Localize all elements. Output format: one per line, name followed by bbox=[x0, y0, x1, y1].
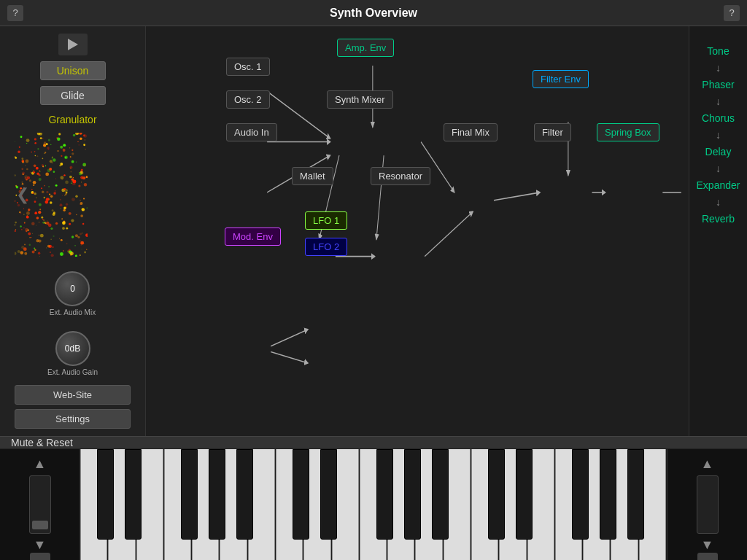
website-button[interactable]: Web-Site bbox=[15, 385, 131, 405]
center-panel: Osc. 1 Osc. 2 Audio In Amp. Env Synth Mi… bbox=[146, 26, 689, 436]
filterenv-node[interactable]: Filter Env bbox=[533, 70, 589, 88]
play-button[interactable] bbox=[58, 34, 88, 55]
black-key[interactable] bbox=[125, 449, 142, 540]
top-bar: ? Synth Overview ? bbox=[0, 0, 747, 26]
fx-arrow-5: ↓ bbox=[716, 197, 721, 207]
fx-arrow-2: ↓ bbox=[716, 96, 721, 106]
pitch-up-arrow[interactable]: ▲ bbox=[34, 456, 47, 472]
unison-button[interactable]: Unison bbox=[40, 61, 106, 80]
settings-button[interactable]: Settings bbox=[15, 409, 131, 429]
black-key[interactable] bbox=[600, 449, 616, 540]
black-key[interactable] bbox=[488, 449, 505, 540]
synthmixer-node[interactable]: Synth Mixer bbox=[327, 90, 393, 109]
bottom-area: Mute & Reset ▲ ▼ ❮ Hold C3C4C5 C3 C4 C5 bbox=[0, 436, 747, 560]
pitch-down-arrow[interactable]: ▼ bbox=[34, 537, 47, 553]
ext-audio-mix-container: 0 Ext. Audio Mix bbox=[50, 271, 96, 316]
nav-buttons: Web-Site Settings bbox=[0, 385, 145, 429]
keyboard-left-side: ▲ ▼ ❮ Hold bbox=[0, 449, 80, 560]
black-key[interactable] bbox=[236, 449, 253, 540]
mallet-node[interactable]: Mallet bbox=[292, 167, 333, 185]
filter-node[interactable]: Filter bbox=[534, 123, 571, 141]
black-key[interactable] bbox=[404, 449, 421, 540]
keyboard-scroll-right[interactable]: ❯ bbox=[697, 553, 718, 560]
help-button-left[interactable]: ? bbox=[7, 5, 23, 21]
black-key[interactable] bbox=[97, 449, 114, 540]
chevron-left-icon[interactable]: ❮ bbox=[16, 185, 29, 204]
fx-arrow-1: ↓ bbox=[716, 63, 721, 73]
audioin-node[interactable]: Audio In bbox=[226, 123, 277, 141]
black-key[interactable] bbox=[572, 449, 589, 540]
black-key[interactable] bbox=[181, 449, 198, 540]
resonator-node[interactable]: Resonator bbox=[371, 167, 430, 185]
ext-audio-mix-label: Ext. Audio Mix bbox=[50, 308, 96, 316]
left-panel: Unison Glide Granulator ❮ 0 Ext. Audio M… bbox=[0, 26, 146, 436]
svg-line-14 bbox=[271, 352, 308, 363]
lfo1-node[interactable]: LFO 1 bbox=[305, 211, 347, 230]
svg-line-8 bbox=[425, 211, 473, 257]
black-key[interactable] bbox=[432, 449, 449, 540]
black-key[interactable] bbox=[627, 449, 644, 540]
keyboard-right-side: ▲ ▼ ❯ Hold bbox=[667, 449, 747, 560]
fx-arrow-3: ↓ bbox=[716, 130, 721, 140]
springbox-node[interactable]: Spring Box bbox=[597, 123, 659, 141]
keyboard-scroll-left[interactable]: ❮ bbox=[30, 553, 50, 560]
mod-down-arrow[interactable]: ▼ bbox=[701, 537, 714, 553]
delay-fx-button[interactable]: Delay bbox=[689, 140, 747, 163]
black-key[interactable] bbox=[516, 449, 533, 540]
tone-fx-button[interactable]: Tone bbox=[689, 39, 747, 63]
reverb-fx-button[interactable]: Reverb bbox=[689, 207, 747, 230]
svg-line-9 bbox=[494, 192, 540, 201]
fx-chain: Tone ↓ Phaser ↓ Chorus ↓ Delay ↓ Expande… bbox=[689, 34, 747, 236]
fx-arrow-4: ↓ bbox=[716, 163, 721, 174]
keyboard-area: ▲ ▼ ❮ Hold C3C4C5 C3 C4 C5 ▲ bbox=[0, 449, 747, 560]
keyboard-wrapper[interactable]: C3C4C5 C3 C4 C5 bbox=[80, 449, 667, 560]
osc1-node[interactable]: Osc. 1 bbox=[226, 58, 270, 76]
ext-audio-gain-container: 0dB Ext. Audio Gain bbox=[47, 331, 98, 376]
granulator-label: Granulator bbox=[48, 114, 96, 125]
ext-audio-mix-knob[interactable]: 0 bbox=[55, 271, 90, 306]
modenv-node[interactable]: Mod. Env bbox=[225, 228, 281, 246]
black-key[interactable] bbox=[209, 449, 225, 540]
osc2-node[interactable]: Osc. 2 bbox=[226, 90, 270, 109]
finalmix-node[interactable]: Final Mix bbox=[444, 123, 498, 141]
glide-button[interactable]: Glide bbox=[40, 86, 106, 105]
black-key[interactable] bbox=[376, 449, 393, 540]
lfo2-node[interactable]: LFO 2 bbox=[305, 238, 347, 256]
black-key[interactable] bbox=[293, 449, 309, 540]
right-panel: Tone ↓ Phaser ↓ Chorus ↓ Delay ↓ Expande… bbox=[689, 26, 747, 436]
ext-audio-gain-knob[interactable]: 0dB bbox=[55, 331, 90, 366]
help-button-right[interactable]: ? bbox=[724, 5, 740, 21]
mod-up-arrow[interactable]: ▲ bbox=[701, 456, 714, 472]
mute-reset-bar: Mute & Reset bbox=[0, 436, 747, 449]
expander-fx-button[interactable]: Expander bbox=[689, 174, 747, 197]
black-key[interactable] bbox=[320, 449, 337, 540]
ampenv-node[interactable]: Amp. Env bbox=[337, 39, 394, 57]
ext-audio-gain-label: Ext. Audio Gain bbox=[47, 368, 98, 376]
main-area: Unison Glide Granulator ❮ 0 Ext. Audio M… bbox=[0, 26, 747, 436]
phaser-fx-button[interactable]: Phaser bbox=[689, 73, 747, 96]
page-title: Synth Overview bbox=[23, 7, 724, 20]
signal-flow: Osc. 1 Osc. 2 Audio In Amp. Env Synth Mi… bbox=[146, 26, 689, 436]
svg-line-13 bbox=[271, 330, 308, 346]
chorus-fx-button[interactable]: Chorus bbox=[689, 106, 747, 130]
mute-reset-label: Mute & Reset bbox=[11, 437, 73, 448]
